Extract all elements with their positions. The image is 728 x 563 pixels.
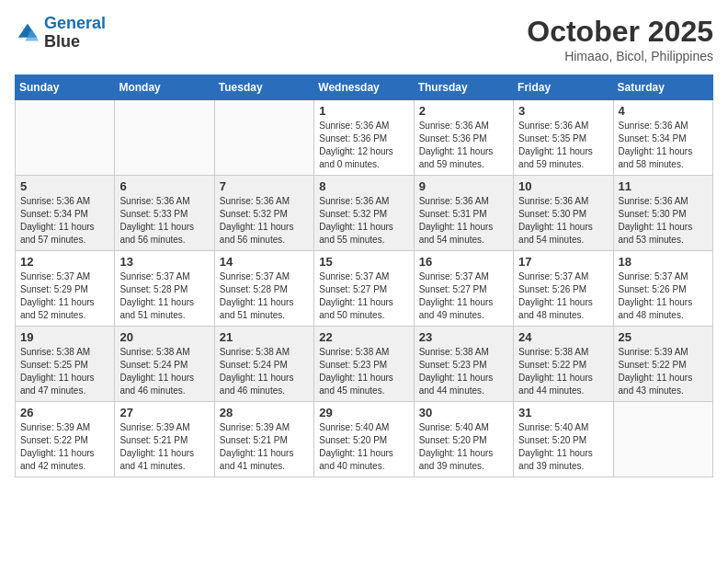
- day-number: 8: [319, 179, 408, 193]
- day-number: 24: [518, 330, 608, 344]
- calendar-week-row: 26Sunrise: 5:39 AM Sunset: 5:22 PM Dayli…: [16, 402, 713, 477]
- calendar-cell: 9Sunrise: 5:36 AM Sunset: 5:31 PM Daylig…: [414, 176, 513, 251]
- day-number: 16: [419, 255, 508, 269]
- weekday-header: Thursday: [414, 75, 513, 100]
- title-block: October 2025 Himaao, Bicol, Philippines: [527, 15, 713, 63]
- day-info: Sunrise: 5:37 AM Sunset: 5:27 PM Dayligh…: [319, 270, 408, 322]
- calendar-cell: 4Sunrise: 5:36 AM Sunset: 5:34 PM Daylig…: [613, 100, 712, 176]
- day-number: 28: [220, 406, 309, 419]
- logo-line1: General: [44, 14, 106, 32]
- day-number: 11: [619, 179, 708, 193]
- day-number: 26: [20, 406, 109, 419]
- calendar-cell: 7Sunrise: 5:36 AM Sunset: 5:32 PM Daylig…: [214, 176, 313, 251]
- day-number: 25: [619, 330, 708, 344]
- calendar-cell: 11Sunrise: 5:36 AM Sunset: 5:30 PM Dayli…: [613, 176, 712, 251]
- day-info: Sunrise: 5:36 AM Sunset: 5:32 PM Dayligh…: [220, 195, 309, 247]
- day-number: 7: [220, 179, 309, 193]
- day-number: 20: [119, 330, 209, 344]
- day-info: Sunrise: 5:40 AM Sunset: 5:20 PM Dayligh…: [319, 421, 408, 473]
- weekday-header: Saturday: [613, 75, 712, 100]
- day-number: 10: [518, 179, 608, 193]
- calendar-cell: [16, 100, 115, 176]
- day-info: Sunrise: 5:36 AM Sunset: 5:30 PM Dayligh…: [619, 195, 708, 247]
- day-number: 9: [419, 179, 508, 193]
- calendar-cell: 8Sunrise: 5:36 AM Sunset: 5:32 PM Daylig…: [314, 176, 414, 251]
- day-number: 14: [220, 255, 309, 269]
- calendar-cell: 19Sunrise: 5:38 AM Sunset: 5:25 PM Dayli…: [16, 327, 115, 402]
- page-header: General Blue October 2025 Himaao, Bicol,…: [15, 15, 713, 63]
- calendar-week-row: 1Sunrise: 5:36 AM Sunset: 5:36 PM Daylig…: [16, 100, 713, 176]
- day-number: 2: [419, 104, 508, 118]
- logo: General Blue: [15, 15, 106, 52]
- logo-icon: [15, 20, 40, 46]
- day-number: 18: [619, 255, 708, 269]
- day-info: Sunrise: 5:40 AM Sunset: 5:20 PM Dayligh…: [518, 421, 608, 473]
- day-info: Sunrise: 5:39 AM Sunset: 5:21 PM Dayligh…: [220, 421, 309, 473]
- calendar-cell: 13Sunrise: 5:37 AM Sunset: 5:28 PM Dayli…: [115, 251, 214, 327]
- day-info: Sunrise: 5:38 AM Sunset: 5:24 PM Dayligh…: [220, 346, 309, 397]
- calendar-cell: 27Sunrise: 5:39 AM Sunset: 5:21 PM Dayli…: [115, 402, 214, 477]
- calendar-cell: 18Sunrise: 5:37 AM Sunset: 5:26 PM Dayli…: [613, 251, 712, 327]
- day-info: Sunrise: 5:36 AM Sunset: 5:34 PM Dayligh…: [20, 195, 109, 247]
- calendar-table: SundayMondayTuesdayWednesdayThursdayFrid…: [15, 75, 713, 477]
- day-number: 4: [619, 104, 708, 118]
- day-number: 12: [20, 255, 109, 269]
- calendar-cell: 1Sunrise: 5:36 AM Sunset: 5:36 PM Daylig…: [314, 100, 414, 176]
- day-info: Sunrise: 5:38 AM Sunset: 5:23 PM Dayligh…: [419, 346, 508, 397]
- weekday-header: Sunday: [16, 75, 115, 100]
- day-number: 23: [419, 330, 508, 344]
- day-info: Sunrise: 5:36 AM Sunset: 5:32 PM Dayligh…: [319, 195, 408, 247]
- day-info: Sunrise: 5:38 AM Sunset: 5:23 PM Dayligh…: [319, 346, 408, 397]
- day-number: 29: [319, 406, 408, 419]
- day-number: 6: [119, 179, 209, 193]
- calendar-cell: 29Sunrise: 5:40 AM Sunset: 5:20 PM Dayli…: [314, 402, 414, 477]
- day-info: Sunrise: 5:37 AM Sunset: 5:28 PM Dayligh…: [220, 270, 309, 322]
- calendar-cell: 30Sunrise: 5:40 AM Sunset: 5:20 PM Dayli…: [414, 402, 513, 477]
- day-info: Sunrise: 5:37 AM Sunset: 5:27 PM Dayligh…: [419, 270, 508, 322]
- calendar-cell: [115, 100, 214, 176]
- calendar-cell: 23Sunrise: 5:38 AM Sunset: 5:23 PM Dayli…: [414, 327, 513, 402]
- weekday-header: Friday: [514, 75, 613, 100]
- day-number: 22: [319, 330, 408, 344]
- calendar-cell: [214, 100, 313, 176]
- day-number: 13: [119, 255, 209, 269]
- calendar-cell: 25Sunrise: 5:39 AM Sunset: 5:22 PM Dayli…: [613, 327, 712, 402]
- month-title: October 2025: [527, 15, 713, 49]
- day-info: Sunrise: 5:38 AM Sunset: 5:25 PM Dayligh…: [20, 346, 109, 397]
- day-number: 21: [220, 330, 309, 344]
- calendar-cell: 3Sunrise: 5:36 AM Sunset: 5:35 PM Daylig…: [514, 100, 613, 176]
- day-info: Sunrise: 5:36 AM Sunset: 5:30 PM Dayligh…: [518, 195, 608, 247]
- calendar-cell: 17Sunrise: 5:37 AM Sunset: 5:26 PM Dayli…: [514, 251, 613, 327]
- calendar-cell: 26Sunrise: 5:39 AM Sunset: 5:22 PM Dayli…: [16, 402, 115, 477]
- day-info: Sunrise: 5:37 AM Sunset: 5:28 PM Dayligh…: [119, 270, 209, 322]
- day-number: 30: [419, 406, 508, 419]
- calendar-cell: 20Sunrise: 5:38 AM Sunset: 5:24 PM Dayli…: [115, 327, 214, 402]
- day-number: 17: [518, 255, 608, 269]
- calendar-cell: 12Sunrise: 5:37 AM Sunset: 5:29 PM Dayli…: [16, 251, 115, 327]
- day-info: Sunrise: 5:40 AM Sunset: 5:20 PM Dayligh…: [419, 421, 508, 473]
- day-number: 5: [20, 179, 109, 193]
- day-info: Sunrise: 5:39 AM Sunset: 5:22 PM Dayligh…: [619, 346, 708, 397]
- calendar-cell: 22Sunrise: 5:38 AM Sunset: 5:23 PM Dayli…: [314, 327, 414, 402]
- day-number: 1: [319, 104, 408, 118]
- day-number: 31: [518, 406, 608, 419]
- logo-line2: Blue: [44, 33, 106, 52]
- day-info: Sunrise: 5:36 AM Sunset: 5:31 PM Dayligh…: [419, 195, 508, 247]
- calendar-week-row: 19Sunrise: 5:38 AM Sunset: 5:25 PM Dayli…: [16, 327, 713, 402]
- day-info: Sunrise: 5:36 AM Sunset: 5:36 PM Dayligh…: [419, 120, 508, 171]
- calendar-cell: 16Sunrise: 5:37 AM Sunset: 5:27 PM Dayli…: [414, 251, 513, 327]
- day-number: 19: [20, 330, 109, 344]
- day-number: 3: [518, 104, 608, 118]
- calendar-cell: 10Sunrise: 5:36 AM Sunset: 5:30 PM Dayli…: [514, 176, 613, 251]
- calendar-cell: 31Sunrise: 5:40 AM Sunset: 5:20 PM Dayli…: [514, 402, 613, 477]
- calendar-week-row: 5Sunrise: 5:36 AM Sunset: 5:34 PM Daylig…: [16, 176, 713, 251]
- calendar-cell: 15Sunrise: 5:37 AM Sunset: 5:27 PM Dayli…: [314, 251, 414, 327]
- calendar-cell: 28Sunrise: 5:39 AM Sunset: 5:21 PM Dayli…: [214, 402, 313, 477]
- day-info: Sunrise: 5:38 AM Sunset: 5:24 PM Dayligh…: [119, 346, 209, 397]
- calendar-week-row: 12Sunrise: 5:37 AM Sunset: 5:29 PM Dayli…: [16, 251, 713, 327]
- day-info: Sunrise: 5:36 AM Sunset: 5:36 PM Dayligh…: [319, 120, 408, 171]
- day-info: Sunrise: 5:38 AM Sunset: 5:22 PM Dayligh…: [518, 346, 608, 397]
- calendar-cell: 24Sunrise: 5:38 AM Sunset: 5:22 PM Dayli…: [514, 327, 613, 402]
- day-info: Sunrise: 5:39 AM Sunset: 5:22 PM Dayligh…: [20, 421, 109, 473]
- location: Himaao, Bicol, Philippines: [527, 49, 713, 63]
